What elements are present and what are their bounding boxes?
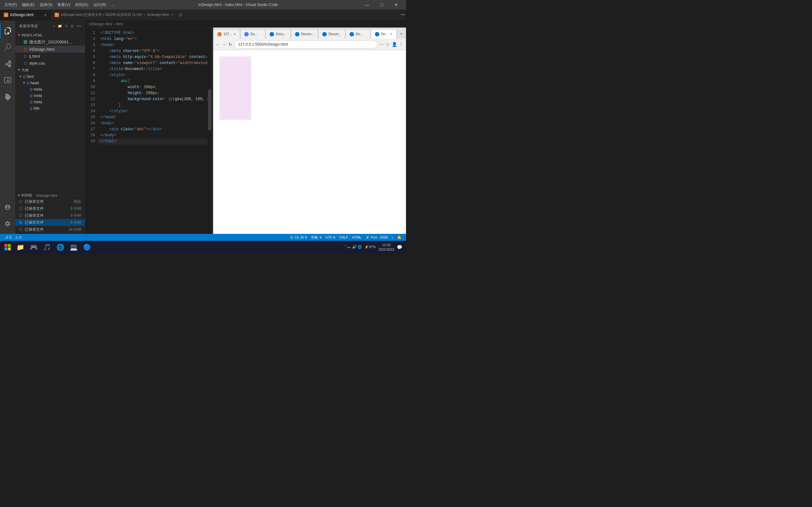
split-editor-button[interactable]: ⊡ (177, 9, 184, 20)
timeline-row-2[interactable]: 已保存文件8 分钟 (15, 212, 85, 219)
editor-tab-indesign[interactable]: H InDesign.html ✕ (0, 9, 51, 20)
breadcrumb-indesign[interactable]: InDesign.html (89, 22, 112, 26)
sidebar-item-lj[interactable]: ◻ lj.html (15, 53, 85, 60)
refresh-icon[interactable]: ↻ (65, 24, 68, 28)
bookmark-button[interactable]: ☆ (386, 42, 390, 47)
code-line-1[interactable]: <!DOCTYPE html> (98, 30, 207, 36)
window-controls[interactable]: — □ ✕ (360, 0, 403, 9)
code-line-8[interactable]: <style> (98, 72, 207, 78)
close-tab-split-icon[interactable]: ✕ (171, 13, 173, 16)
menu-select[interactable]: 选择(S) (38, 2, 54, 8)
activity-settings[interactable] (0, 216, 15, 231)
maximize-button[interactable]: □ (374, 0, 389, 9)
taskbar-chrome-icon[interactable]: 🔵 (81, 241, 93, 253)
outline-item-meta3[interactable]: ⟨⟩ meta (15, 99, 85, 105)
status-git[interactable]: ⎇ 0 (3, 234, 13, 241)
new-folder-icon[interactable]: 📁 (58, 24, 62, 28)
code-line-5[interactable]: <meta http-equiv="X-UA-Compatible" conte… (98, 54, 207, 60)
outline-item-meta1[interactable]: ⟨⟩ meta (15, 86, 85, 93)
timeline-row-4[interactable]: 已保存文件14 分钟 (15, 226, 85, 233)
battery-icon[interactable]: ⚡97% (364, 245, 376, 249)
close-button[interactable]: ✕ (389, 0, 403, 9)
browser-tab-3[interactable]: Docum... (291, 29, 318, 39)
status-spaces[interactable]: 空格: 4 (309, 235, 323, 240)
start-button[interactable] (1, 241, 14, 253)
browser-tab-6[interactable]: Do... ✕ (371, 29, 397, 39)
status-prettier[interactable]: ↕ (390, 235, 396, 239)
code-line-16[interactable]: <body> (98, 120, 207, 126)
code-line-19[interactable]: </html> (98, 138, 207, 145)
status-line-col[interactable]: 行 19, 列 8 (288, 235, 309, 240)
code-lines[interactable]: <!DOCTYPE html><html lang="en"><head> <m… (98, 27, 207, 234)
outline-item-head[interactable]: ⟨⟩ head (15, 80, 85, 86)
taskbar-music-icon[interactable]: 🎵 (41, 241, 53, 253)
more-tabs-button[interactable]: ••• (400, 9, 406, 20)
code-line-6[interactable]: <meta name="viewport" content="width=dev… (98, 60, 207, 66)
menu-file[interactable]: 文件(F) (3, 2, 19, 8)
browser-tab-2[interactable]: Docu... (265, 29, 291, 39)
sidebar-section-header-indexhtml[interactable]: INDEX.HTML (15, 32, 85, 39)
activity-extensions[interactable] (0, 89, 15, 104)
activity-search[interactable] (0, 40, 15, 55)
new-tab-button[interactable]: + (397, 29, 406, 39)
menu-edit[interactable]: 编辑(E) (20, 2, 37, 8)
timeline-row-3[interactable]: 已保存文件9 分钟 (15, 219, 85, 226)
taskbar-steam-icon[interactable]: 🎮 (27, 241, 40, 253)
code-line-18[interactable]: </body> (98, 132, 207, 138)
menu-view[interactable]: 查看(V) (55, 2, 72, 8)
browser-tab-5[interactable]: Do... (345, 29, 371, 39)
code-editor[interactable]: 12345678910111213141516171819 <!DOCTYPE … (85, 27, 212, 234)
menu-run[interactable]: 运行(R) (92, 2, 108, 8)
status-errors[interactable]: ⚠ 0 (13, 234, 23, 241)
code-line-2[interactable]: <html lang="en"> (98, 36, 207, 42)
outline-item-html[interactable]: ⟨⟩ html (15, 73, 85, 80)
collapse-icon[interactable]: ⊟ (71, 24, 74, 28)
share-button[interactable]: ⋯ (379, 42, 384, 47)
timeline-header[interactable]: 时间线 InDesign.html (15, 193, 85, 198)
taskbar-vscode-icon[interactable]: 💻 (67, 241, 80, 253)
code-line-4[interactable]: <meta charset="UTF-8"> (98, 48, 207, 54)
code-line-13[interactable]: } (98, 102, 207, 108)
timeline-row-1[interactable]: 已保存文件4 分钟 (15, 205, 85, 212)
code-line-10[interactable]: width: 100px; (98, 84, 207, 90)
profile-button[interactable]: 👤 (392, 42, 397, 47)
outline-item-meta2[interactable]: ⟨⟩ meta (15, 93, 85, 99)
address-bar[interactable]: 127.0.0.1:5500/InDesign.html (234, 40, 377, 49)
code-line-9[interactable]: .abc{ (98, 78, 207, 84)
editor-tab-split[interactable]: H InDesign.html (已保存文件 • 2022年10月22日 11:… (51, 9, 177, 20)
outline-header[interactable]: 大纲 (15, 66, 85, 73)
close-tab-icon[interactable]: ✕ (44, 13, 47, 17)
code-line-11[interactable]: height: 200px; (98, 90, 207, 96)
taskbar-clock[interactable]: 12:03 2022/10/22 (378, 243, 394, 251)
refresh-browser-button[interactable]: ↻ (229, 42, 232, 47)
browser-tab-1[interactable]: Do... (240, 29, 265, 39)
browser-tab-4[interactable]: Docum... (318, 29, 345, 39)
code-line-12[interactable]: background-color: rgba(200, 100, 200, 0.… (98, 96, 207, 102)
activity-explorer[interactable] (0, 23, 15, 38)
notification-icon[interactable]: 💬 (397, 245, 402, 250)
menu-bar[interactable]: 文件(F) 编辑(E) 选择(S) 查看(V) 转到(G) 运行(R) ... (3, 2, 116, 8)
code-line-14[interactable]: </style> (98, 108, 207, 114)
activity-scm[interactable] (0, 56, 15, 71)
menu-goto[interactable]: 转到(G) (73, 2, 90, 8)
taskbar-explorer-icon[interactable]: 📁 (14, 241, 27, 253)
back-button[interactable]: ← (216, 42, 220, 47)
code-line-7[interactable]: <title>Document</title> (98, 66, 207, 72)
sidebar-item-style[interactable]: ◻ style.css (15, 60, 85, 66)
status-liveserver[interactable]: ⚡ Port : 5500 (363, 235, 390, 239)
settings-browser-button[interactable]: ⋮ (399, 42, 403, 47)
taskbar-edge-icon[interactable]: 🌐 (54, 241, 67, 253)
timeline-row-0[interactable]: 已保存文件现在 (15, 198, 85, 205)
editor-scrollbar[interactable] (207, 27, 212, 234)
code-line-17[interactable]: <div class="abc"></div> (98, 126, 207, 132)
status-lang[interactable]: HTML (350, 235, 363, 239)
minimize-button[interactable]: — (360, 0, 374, 9)
new-file-icon[interactable]: + (53, 24, 55, 28)
outline-item-title[interactable]: ⟨⟩ title (15, 105, 85, 112)
system-tray[interactable]: ⌃ ᨐ 🔊 🌐 (345, 245, 362, 249)
forward-button[interactable]: → (222, 42, 226, 47)
activity-run[interactable] (0, 72, 15, 88)
more-sidebar-icon[interactable]: ••• (77, 24, 81, 28)
scrollbar-thumb[interactable] (208, 89, 211, 130)
status-encoding[interactable]: UTF-8 (323, 235, 337, 239)
